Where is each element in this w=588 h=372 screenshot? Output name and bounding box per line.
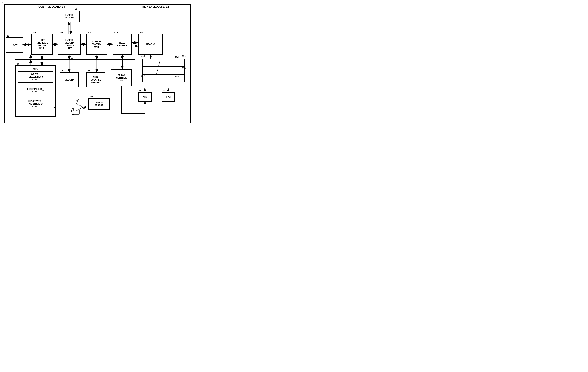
servo-control-block: 44~ SERVOCONTROLUNIT: [111, 69, 132, 86]
e1-label: E1: [83, 110, 86, 112]
determining-block: DETERMININGUNIT 52: [18, 86, 53, 95]
ref-22-1: 22-1: [182, 55, 186, 57]
ref-20-1: 20-1: [175, 56, 179, 58]
control-board-label: CONTROL BOARD 14: [39, 5, 65, 8]
buffer-memory-control-block: 36~ BUFFERMEMORYCONTROLUNIT: [58, 34, 81, 55]
e2-label: E2: [71, 110, 74, 112]
ref-22-2: 22-2: [141, 55, 145, 57]
buffer-memory-block: 38~ BUFFERMEMORY: [59, 10, 80, 22]
ref-10: 10: [2, 1, 4, 4]
format-control-block: 40~ FORMATCONTROLUNIT: [86, 34, 107, 55]
ref-38: 38~: [75, 8, 78, 10]
write-disabling-block: WRITEDISABLINGUNIT 50: [18, 71, 53, 83]
vcm-block: 18 VCM: [138, 92, 152, 102]
ref-42: 42~: [115, 31, 118, 34]
ref-16: 16: [163, 89, 165, 92]
ref-46: 46~: [90, 95, 93, 98]
ref-36: 36~: [59, 31, 63, 34]
ref-26: 26~: [17, 63, 20, 66]
spm-block: 16 SPM: [162, 92, 175, 102]
disk-enclosure-label: DISK ENCLOSURE 12: [142, 5, 169, 8]
ref-11: 11: [7, 35, 9, 37]
ref-20-2: 20-2: [175, 76, 179, 78]
diagram: 10 CONTROL BOARD 14 DISK ENCLOSURE 12 11…: [0, 0, 192, 125]
ref-22-4: 22-4: [141, 75, 145, 77]
non-volatile-block: 32~ NON-VOLATILEMEMORY: [86, 72, 105, 87]
ref-18: 18: [139, 89, 141, 92]
ref-40: 40~: [88, 31, 91, 34]
head-ic-block: 24~ HEAD IC: [138, 34, 163, 55]
ref-32: 32~: [88, 70, 91, 72]
host-block: 11 HOST: [6, 38, 23, 53]
sensitivity-control-block: SENSITIVITYCONTROLUNIT 54: [18, 98, 53, 110]
memory-block: 30~ MEMORY: [60, 72, 79, 87]
ref-30: 30~: [61, 70, 64, 72]
ref-48: 48~: [76, 100, 80, 102]
ref-44: 44~: [112, 67, 116, 69]
ref-34: 34~: [32, 31, 36, 34]
host-interface-block: 34~ HOSTINTERFACECONTROLUNIT: [31, 34, 53, 55]
shock-sensor-block: 46~ SHOCKSENSOR: [88, 98, 110, 110]
ref-24: 24~: [140, 31, 143, 34]
read-channel-block: 42~ READCHANNEL: [113, 34, 132, 55]
ref-22-3: 22-3: [182, 67, 186, 69]
